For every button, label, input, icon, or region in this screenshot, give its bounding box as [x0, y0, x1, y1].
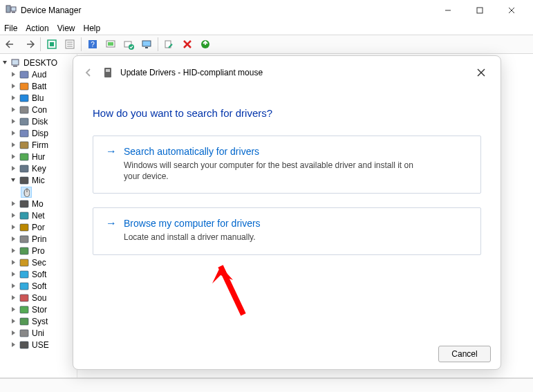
svg-rect-29	[20, 95, 28, 102]
expand-icon[interactable]	[10, 118, 17, 125]
dialog-back-icon[interactable]	[82, 66, 95, 80]
dialog-close-icon[interactable]	[471, 63, 491, 82]
help-icon[interactable]: ?	[84, 37, 101, 52]
collapse-icon[interactable]	[10, 177, 17, 184]
window-title: Device Manager	[21, 6, 81, 15]
minimize-button[interactable]	[432, 0, 464, 21]
tree-item[interactable]: Sec	[0, 256, 77, 268]
svg-rect-39	[20, 200, 28, 207]
tree-item[interactable]: Blu	[0, 92, 77, 104]
menu-file[interactable]: File	[4, 24, 17, 33]
svg-rect-2	[12, 12, 15, 13]
properties-icon[interactable]	[62, 37, 78, 52]
forward-arrow-icon[interactable]	[21, 37, 37, 52]
maximize-button[interactable]	[464, 0, 496, 21]
tree-item[interactable]: Syst	[0, 315, 77, 327]
show-hidden-icon[interactable]	[44, 37, 60, 52]
expand-icon[interactable]	[10, 248, 17, 254]
tree-item[interactable]: Hur	[0, 151, 77, 162]
tree-item-label: Aud	[32, 70, 46, 80]
tree-item[interactable]: Prin	[0, 233, 77, 245]
device-category-icon	[19, 269, 30, 280]
tree-item[interactable]: Uni	[0, 327, 77, 339]
device-category-icon	[19, 81, 30, 92]
mouse-icon	[21, 187, 32, 198]
expand-icon[interactable]	[10, 200, 17, 207]
svg-rect-34	[20, 153, 28, 160]
uninstall-device-icon[interactable]	[197, 37, 214, 52]
expand-icon[interactable]	[10, 71, 17, 78]
svg-rect-20	[145, 47, 148, 48]
tree-item[interactable]: Net	[0, 209, 77, 221]
device-category-icon	[19, 151, 30, 162]
tree-item[interactable]: Aud	[0, 68, 77, 80]
expand-icon[interactable]	[10, 283, 17, 290]
dialog-heading: How do you want to search for drivers?	[93, 107, 481, 119]
device-tree[interactable]: DESKTO AudBattBluConDiskDispFirmHurKeyMi…	[0, 54, 77, 377]
close-button[interactable]	[496, 0, 527, 21]
expand-icon[interactable]	[10, 259, 17, 266]
expand-icon[interactable]	[10, 306, 17, 313]
svg-rect-51	[20, 342, 28, 348]
tree-item[interactable]: Batt	[0, 80, 77, 92]
option-browse-computer[interactable]: → Browse my computer for drivers Locate …	[93, 207, 481, 254]
device-category-icon	[19, 175, 30, 186]
expand-icon[interactable]	[10, 271, 17, 278]
expand-icon[interactable]	[10, 212, 17, 219]
enable-device-icon[interactable]	[161, 37, 178, 52]
tree-item-label: Blu	[32, 93, 44, 103]
collapse-icon[interactable]	[1, 59, 8, 66]
tree-item-label: Mic	[32, 176, 45, 185]
tree-item[interactable]: Por	[0, 221, 77, 233]
svg-rect-19	[142, 41, 151, 46]
expand-icon[interactable]	[10, 318, 17, 325]
back-arrow-icon[interactable]	[3, 37, 19, 52]
menubar: File Action View Help	[0, 21, 533, 35]
titlebar: Device Manager	[0, 0, 533, 21]
menu-action[interactable]: Action	[26, 24, 48, 33]
tree-item[interactable]: Mo	[0, 198, 77, 209]
option-search-automatically[interactable]: → Search automatically for drivers Windo…	[93, 136, 481, 194]
tree-item-label: Soft	[32, 281, 46, 291]
menu-help[interactable]: Help	[84, 24, 101, 33]
tree-item[interactable]: Mic	[0, 174, 77, 186]
tree-item[interactable]: USE	[0, 339, 77, 351]
expand-icon[interactable]	[10, 165, 17, 172]
tree-root[interactable]: DESKTO	[0, 57, 77, 68]
tree-item[interactable]: Sou	[0, 292, 77, 304]
tree-item[interactable]: Disk	[0, 115, 77, 127]
scan-hardware-icon[interactable]	[102, 37, 119, 52]
tree-item[interactable]: Soft	[0, 268, 77, 280]
tree-item[interactable]: Key	[0, 162, 77, 174]
tree-item[interactable]: Pro	[0, 245, 77, 256]
tree-item[interactable]: Stor	[0, 304, 77, 315]
svg-rect-35	[20, 165, 28, 172]
tree-item[interactable]: Soft	[0, 280, 77, 292]
expand-icon[interactable]	[10, 142, 17, 149]
tree-item[interactable]: Con	[0, 104, 77, 115]
svg-rect-36	[20, 177, 28, 184]
cancel-button[interactable]: Cancel	[438, 346, 491, 362]
update-driver-icon[interactable]	[120, 37, 137, 52]
tree-child-item[interactable]	[0, 186, 77, 198]
expand-icon[interactable]	[10, 153, 17, 160]
menu-view[interactable]: View	[57, 24, 75, 33]
expand-icon[interactable]	[10, 130, 17, 137]
tree-item-label: Uni	[32, 328, 44, 338]
expand-icon[interactable]	[10, 295, 17, 301]
toolbar: ?	[0, 35, 533, 54]
expand-icon[interactable]	[10, 342, 17, 348]
expand-icon[interactable]	[10, 330, 17, 337]
computer-icon	[10, 57, 21, 68]
expand-icon[interactable]	[10, 236, 17, 243]
dialog-title: Update Drivers - HID-compliant mouse	[120, 68, 263, 77]
tree-item[interactable]: Firm	[0, 139, 77, 151]
monitor-icon[interactable]	[138, 37, 155, 52]
expand-icon[interactable]	[10, 95, 17, 102]
device-category-icon	[19, 210, 30, 221]
expand-icon[interactable]	[10, 224, 17, 231]
expand-icon[interactable]	[10, 106, 17, 113]
disable-device-icon[interactable]	[179, 37, 196, 52]
expand-icon[interactable]	[10, 83, 17, 90]
tree-item[interactable]: Disp	[0, 127, 77, 139]
